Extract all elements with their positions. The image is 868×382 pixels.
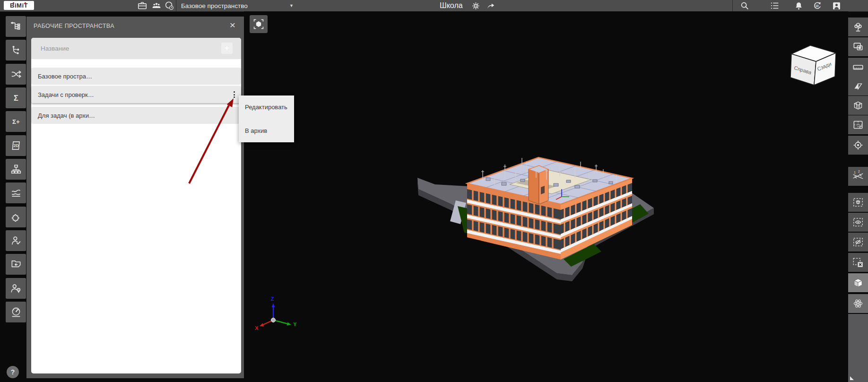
sigma-icon[interactable]: Σ [6, 87, 26, 108]
grid-axes-icon[interactable]: 1 2 [848, 167, 868, 186]
viewport-3d[interactable]: Z X Y Справа Сзади [244, 11, 848, 382]
trends-chart-icon[interactable] [6, 182, 26, 203]
workspace-row[interactable]: Базовое простра… [31, 68, 241, 85]
workspace-row-label: Задачи с проверк… [38, 91, 94, 98]
shuffle-icon[interactable] [6, 64, 26, 85]
name-filter-input[interactable] [40, 44, 198, 52]
search-icon[interactable] [739, 0, 750, 11]
context-menu-item-archive[interactable]: В архив [239, 119, 294, 143]
row-kebab-menu-icon[interactable] [230, 89, 238, 100]
org-chart-icon[interactable] [6, 159, 26, 180]
topbar-divider [732, 0, 733, 11]
gauge-dashboard-icon[interactable] [6, 302, 26, 322]
svg-text:2D: 2D [13, 143, 18, 148]
name-filter-bar: + [31, 38, 241, 59]
add-workspace-button[interactable]: + [221, 43, 233, 54]
axis-y-label: Y [293, 321, 297, 327]
person-check-icon[interactable] [6, 230, 26, 251]
deselect-icon[interactable] [848, 253, 868, 272]
screens-capture-icon[interactable] [848, 37, 868, 56]
user-account-icon[interactable] [831, 0, 842, 11]
team-users-icon[interactable] [151, 0, 162, 11]
sheet-2d-icon[interactable]: 2D [6, 135, 26, 156]
project-title: Школа [440, 0, 463, 11]
close-icon[interactable]: × [228, 18, 237, 32]
workspaces-panel: РАБОЧИЕ ПРОСТРАНСТВА × + Базовое простра… [26, 17, 244, 378]
bimit-app: BiMiT Базовое пр [0, 0, 868, 382]
projects-briefcase-icon[interactable] [137, 0, 148, 11]
navigation-cube[interactable]: Справа Сзади [787, 35, 840, 88]
workspace-row[interactable]: Задачи с проверк… [31, 86, 241, 103]
branch-icon[interactable] [6, 40, 26, 61]
history-count: 10 [816, 4, 819, 8]
workspace-row-label: Для задач (в архи… [38, 112, 95, 119]
share-icon[interactable] [485, 0, 496, 11]
resize-handle[interactable] [850, 376, 854, 380]
floorplan-icon[interactable] [848, 115, 868, 134]
history-refresh-icon[interactable]: 10 [812, 0, 823, 11]
settings-gear-icon[interactable] [470, 0, 481, 11]
show-selected-icon[interactable] [848, 213, 868, 232]
help-button[interactable]: ? [7, 366, 19, 378]
model-canvas[interactable]: Z X Y [244, 11, 848, 382]
workspace-selector[interactable]: Базовое пространство [181, 0, 248, 11]
top-bar: BiMiT Базовое пр [0, 0, 868, 12]
workspace-row-label: Базовое простра… [38, 73, 92, 80]
locate-target-icon[interactable] [848, 136, 868, 155]
notifications-bell-icon[interactable] [793, 0, 804, 11]
axis-z-label: Z [271, 296, 274, 302]
svg-text:2: 2 [858, 170, 860, 173]
axis-gizmo: Z X Y [255, 296, 297, 331]
topbar-divider [176, 0, 176, 11]
ruler-measure-icon[interactable] [848, 58, 868, 77]
svg-text:Σ+: Σ+ [12, 118, 19, 125]
menu-list-icon[interactable] [769, 0, 781, 11]
axis-x-label: X [255, 325, 259, 331]
panel-title: РАБОЧИЕ ПРОСТРАНСТВА [34, 23, 114, 29]
bimit-logo[interactable]: BiMiT [4, 1, 34, 10]
svg-text:Σ: Σ [14, 94, 18, 102]
section-cube-icon[interactable] [848, 96, 868, 115]
logo-red-dot [25, 2, 26, 4]
context-menu-item-edit[interactable]: Редактировать [239, 96, 294, 119]
panel-body: + Базовое простра… Задачи с проверк… Для… [31, 38, 241, 373]
puzzle-plugin-icon[interactable] [6, 207, 26, 227]
sigma-plus-icon[interactable]: Σ+ [6, 111, 26, 132]
solid-model-icon[interactable] [848, 273, 868, 292]
right-side-panel [848, 314, 868, 382]
orbit-icon[interactable] [848, 294, 868, 313]
row-context-menu: Редактировать В архив [239, 96, 294, 142]
hide-selected-icon[interactable] [848, 233, 868, 252]
flash-section-icon[interactable] [848, 77, 868, 96]
logo-red-dot [13, 2, 14, 4]
tree-environment-icon[interactable] [848, 17, 868, 36]
folder-share-icon[interactable] [6, 254, 26, 275]
clock-badge-icon[interactable] [164, 0, 175, 11]
workspace-row[interactable]: Для задач (в архи… [31, 107, 241, 124]
chevron-down-icon[interactable]: ▼ [289, 0, 294, 11]
svg-text:1: 1 [854, 171, 856, 174]
select-volume-icon[interactable] [848, 193, 868, 212]
person-pin-icon[interactable] [6, 278, 26, 299]
structure-tree-icon[interactable] [6, 16, 26, 37]
